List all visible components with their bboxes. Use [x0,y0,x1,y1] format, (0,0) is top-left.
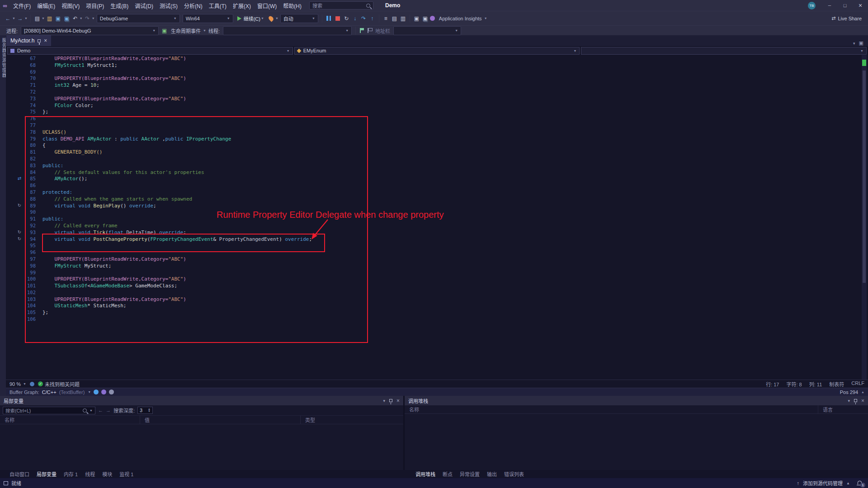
save-icon[interactable]: ▣ [54,14,62,22]
locals-search-box[interactable]: 搜索(Ctrl+L) ▼ [3,407,95,414]
column-header[interactable]: 名称 [405,405,818,413]
menu-item[interactable]: 测试(S) [156,0,181,11]
break-all-button[interactable] [325,16,333,21]
close-icon[interactable] [396,398,400,404]
refresh-margin-icon[interactable]: ↻ [16,236,23,242]
refresh-margin-icon[interactable]: ↻ [16,229,23,235]
buffer-settings-icon[interactable] [109,389,114,394]
window-position-icon[interactable] [383,399,385,403]
project-dropdown[interactable]: Demo ▼ [7,47,293,55]
maximize-button[interactable] [837,0,853,11]
column-header[interactable]: 类型 [301,416,403,424]
debug-window-tab[interactable]: 错误列表 [501,470,527,478]
member-dropdown[interactable]: ▼ [581,47,867,55]
zoom-control[interactable]: 90 % ▼ [9,381,26,387]
chevron-down-icon[interactable]: ▼ [88,390,91,394]
quick-search-box[interactable]: 搜索 [309,1,373,9]
pin-icon[interactable] [854,399,857,402]
platform-combo[interactable]: Win64▼ [183,14,233,23]
type-dropdown[interactable]: EMyEnum ▼ [294,47,580,55]
debug-window-tab[interactable]: 局部变量 [33,470,60,478]
step-out-icon[interactable]: ↑ [368,14,376,22]
code-editor[interactable]: 67 UPROPERTY(BlueprintReadWrite,Category… [6,55,868,380]
continue-button[interactable]: 继续(C)▼ [235,14,267,23]
bookmark-next-icon[interactable]: ▣ [421,14,429,22]
line-structure-icon[interactable]: ≡ [382,14,390,22]
minimize-button[interactable] [822,0,837,11]
hot-reload-mode-combo[interactable]: 自动▼ [280,14,318,23]
debug-window-tab[interactable]: 调用堆栈 [412,470,439,478]
menu-item[interactable]: 帮助(H) [280,0,305,11]
window-position-icon[interactable] [848,399,850,403]
buffer-world-icon[interactable] [94,389,99,394]
menu-item[interactable]: 窗口(W) [254,0,280,11]
flag-icon[interactable] [360,28,364,33]
stack-frame-combo[interactable]: ▼ [393,26,461,35]
compare-margin-icon[interactable]: ⇄ [16,175,23,182]
active-files-dropdown-icon[interactable] [853,41,855,46]
debug-window-tab[interactable]: 自动窗口 [6,470,33,478]
buffer-graph-icon[interactable] [101,389,106,394]
redo-icon[interactable]: ↷▼ [84,14,95,22]
column-header[interactable]: 名称 [0,416,140,424]
process-combo[interactable]: [20880] Demo-Win64-DebugG▼ [21,26,159,35]
columns-icon[interactable]: ▥ [399,14,407,22]
back-arrow-icon[interactable]: ←▼ [4,14,15,22]
step-over-icon[interactable]: ↷ [360,14,368,22]
forward-arrow-icon[interactable]: →▼ [16,14,28,22]
pin-icon[interactable] [389,399,392,402]
menu-item[interactable]: 编辑(E) [34,0,58,11]
buffer-graph-value[interactable]: C/C++ [42,389,57,395]
menu-item[interactable]: 分析(N) [181,0,206,11]
restart-icon[interactable]: ↻ [343,14,350,22]
menu-item[interactable]: 调试(D) [132,0,156,11]
debug-window-tab[interactable]: 模块 [99,470,115,478]
new-file-icon[interactable]: ▤▼ [33,14,45,22]
column-header[interactable]: 语言 [818,405,868,413]
lifecycle-events-button[interactable]: 生命周期事件▼ [169,27,206,34]
save-all-icon[interactable]: ▣ [63,14,71,22]
menu-item[interactable]: 视图(V) [58,0,83,11]
stop-debugging-button[interactable] [334,16,342,21]
search-depth-stepper[interactable]: 3 ▲▼ [137,407,153,414]
lifecycle-icon[interactable]: ▣ [160,27,168,34]
menu-item[interactable]: 工具(T) [206,0,230,11]
source-control-button[interactable]: 添加到源代码管理 [803,479,843,487]
stepper-arrows-icon[interactable]: ▲▼ [148,408,151,413]
document-tab-myactor-h[interactable]: MyActor.h [6,35,51,46]
scrollbar-thumb[interactable] [863,70,866,283]
callstack-body[interactable] [405,414,868,470]
document-health-indicator[interactable]: ✓ 未找到相关问题 [38,380,80,388]
debug-window-tab[interactable]: 监视 1 [116,470,137,478]
flag-outline-icon[interactable] [368,28,372,33]
column-header[interactable]: 值 [140,416,301,424]
debug-window-tab[interactable]: 断点 [439,470,456,478]
bookmark-icon[interactable]: ▣ [413,14,420,22]
tab-close-icon[interactable] [44,38,47,44]
indent-guides-icon[interactable]: ▤ [391,14,398,22]
menu-item[interactable]: 生成(B) [107,0,132,11]
open-file-icon[interactable]: ▥ [46,14,53,22]
account-avatar[interactable]: TB [808,2,816,9]
close-icon[interactable] [861,398,864,404]
menu-item[interactable]: 项目(P) [83,0,107,11]
debug-window-tab[interactable]: 输出 [484,470,500,478]
menu-item[interactable]: 文件(F) [10,0,34,11]
debug-window-tab[interactable]: 内存 1 [61,470,81,478]
notifications-button[interactable]: 1 [856,480,864,486]
debug-window-tab[interactable]: 异常设置 [457,470,483,478]
refresh-margin-icon[interactable]: ↻ [16,202,23,209]
configuration-combo[interactable]: DebugGame▼ [97,14,180,23]
step-into-icon[interactable]: ↓ [351,14,359,22]
application-insights-dropdown[interactable]: Application Insights▼ [430,16,487,21]
vertical-scrollbar[interactable] [862,55,867,380]
thread-combo[interactable]: ▼ [223,26,352,35]
menu-item[interactable]: 扩展(X) [230,0,254,11]
pin-icon[interactable] [38,39,41,42]
live-share-button[interactable]: ⇄Live Share [831,15,862,21]
search-next-icon[interactable]: → [106,408,111,413]
locals-body[interactable] [0,424,403,470]
float-window-icon[interactable] [859,40,863,46]
undo-icon[interactable]: ↶▼ [71,14,83,22]
debug-window-tab[interactable]: 线程 [82,470,98,478]
